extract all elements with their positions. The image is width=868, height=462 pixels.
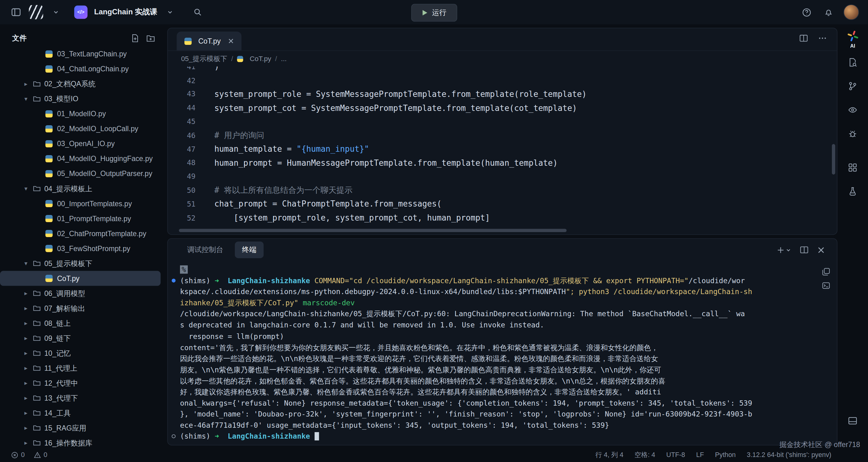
run-button[interactable]: 运行 bbox=[411, 4, 457, 22]
tree-file-row[interactable]: 02_ModelIO_LoopCall.py bbox=[0, 121, 161, 136]
tree-folder-row[interactable]: ▸12_代理中 bbox=[0, 376, 161, 391]
chevron-down-icon bbox=[786, 247, 791, 252]
python-icon bbox=[45, 125, 53, 132]
status-item[interactable]: 行 4, 列 4 bbox=[595, 450, 623, 460]
split-editor-icon[interactable] bbox=[799, 34, 808, 42]
tree-folder-row[interactable]: ▸02_文档QA系统 bbox=[0, 76, 161, 91]
tree-file-row[interactable]: 03_FewShotPrompt.py bbox=[0, 241, 161, 256]
warnings-indicator[interactable]: 0 bbox=[34, 451, 47, 459]
tree-folder-row[interactable]: ▸16_操作数据库 bbox=[0, 435, 161, 448]
chevron-down-icon: ▾ bbox=[24, 95, 31, 102]
ai-label: AI bbox=[850, 43, 855, 49]
sidebar-toggle-icon[interactable] bbox=[9, 5, 23, 19]
tree-folder-row[interactable]: ▸10_记忆 bbox=[0, 346, 161, 361]
tree-folder-row[interactable]: ▸13_代理下 bbox=[0, 391, 161, 406]
file-name: 00_ImportTemplates.py bbox=[57, 199, 132, 208]
tree-file-row[interactable]: 04_ChatLongChain.py bbox=[0, 61, 161, 76]
code-area[interactable]: 41)4243system_prompt_role = SystemMessag… bbox=[168, 66, 837, 234]
tree-file-row[interactable]: 00_ImportTemplates.py bbox=[0, 196, 161, 211]
breadcrumb-more[interactable]: ... bbox=[281, 55, 287, 63]
tab-debug-console[interactable]: 调试控制台 bbox=[180, 241, 230, 258]
new-folder-icon[interactable] bbox=[146, 34, 155, 42]
new-file-icon[interactable] bbox=[131, 34, 140, 42]
folder-icon bbox=[33, 304, 41, 312]
command-ran-marker bbox=[172, 279, 175, 283]
line-number: 42 bbox=[168, 76, 204, 85]
extensions-grid-icon[interactable] bbox=[848, 163, 858, 172]
tree-folder-row[interactable]: ▸07_解析输出 bbox=[0, 301, 161, 316]
tree-file-row[interactable]: CoT.py bbox=[0, 271, 161, 286]
file-explorer: 文件 03_TextLangChain.py04_ChatLongChain.p… bbox=[0, 24, 165, 448]
layers-icon[interactable] bbox=[822, 268, 830, 276]
terminal-output[interactable]: %(shims) ➜ LangChain-shizhanke COMMAND="… bbox=[168, 261, 837, 445]
status-item[interactable]: 空格: 4 bbox=[634, 450, 655, 460]
tree-folder-row[interactable]: ▸14_工具 bbox=[0, 406, 161, 421]
project-icon[interactable]: </> bbox=[74, 6, 88, 19]
debug-bug-icon[interactable] bbox=[848, 129, 858, 138]
ai-assistant-button[interactable]: AI bbox=[846, 30, 859, 49]
project-chevron-down-icon[interactable] bbox=[163, 5, 177, 19]
tree-folder-row[interactable]: ▾05_提示模板下 bbox=[0, 256, 161, 271]
vertical-scrollbar[interactable] bbox=[832, 144, 835, 175]
tree-file-row[interactable]: 01_PromptTemplate.py bbox=[0, 211, 161, 226]
terminal-line: 朋友。\n\n紫色康乃馨也是一种不错的选择，它们代表着尊敬、优雅和神秘。紫色康乃… bbox=[180, 365, 833, 376]
code-text: # 用户的询问 bbox=[204, 130, 264, 141]
terminal-icon[interactable] bbox=[822, 281, 830, 290]
tree-file-row[interactable]: 03_TextLangChain.py bbox=[0, 47, 161, 61]
notifications-bell-icon[interactable] bbox=[821, 5, 836, 19]
breadcrumb[interactable]: 05_提示模板下 / CoT.py / ... bbox=[168, 51, 837, 67]
tree-file-row[interactable]: 04_ModelIO_HuggingFace.py bbox=[0, 151, 161, 166]
tree-folder-row[interactable]: ▸06_调用模型 bbox=[0, 286, 161, 301]
status-item[interactable]: 3.12.2 64-bit ('shims': pyenv) bbox=[747, 451, 831, 459]
new-terminal-button[interactable] bbox=[776, 246, 791, 254]
panel-toggle-icon[interactable] bbox=[848, 416, 858, 426]
tree-folder-row[interactable]: ▾03_模型IO bbox=[0, 91, 161, 106]
eye-icon[interactable] bbox=[848, 105, 858, 115]
breadcrumb-file[interactable]: CoT.py bbox=[250, 55, 271, 63]
close-icon[interactable] bbox=[228, 38, 234, 44]
tree-folder-row[interactable]: ▸11_代理上 bbox=[0, 361, 161, 376]
chevron-right-icon: ▸ bbox=[24, 409, 31, 417]
tree-folder-row[interactable]: ▸15_RAG应用 bbox=[0, 421, 161, 435]
chevron-right-icon: ▸ bbox=[24, 320, 31, 327]
horizontal-scrollbar[interactable] bbox=[179, 229, 566, 232]
test-flask-icon[interactable] bbox=[848, 187, 858, 196]
file-name: 03_TextLangChain.py bbox=[57, 50, 127, 58]
avatar[interactable] bbox=[843, 4, 859, 20]
app-logo[interactable] bbox=[29, 5, 43, 19]
tree-folder-row[interactable]: ▸08_链上 bbox=[0, 316, 161, 331]
tree-folder-row[interactable]: ▾04_提示模板上 bbox=[0, 181, 161, 196]
split-terminal-icon[interactable] bbox=[800, 245, 808, 254]
line-number: 44 bbox=[168, 104, 204, 112]
status-item[interactable]: Python bbox=[715, 451, 736, 459]
close-panel-icon[interactable] bbox=[817, 246, 825, 253]
folder-name: 12_代理中 bbox=[44, 378, 78, 388]
tab-terminal[interactable]: 终端 bbox=[235, 241, 264, 258]
logo-chevron-down-icon[interactable] bbox=[49, 5, 63, 19]
python-icon bbox=[45, 155, 53, 162]
python-icon bbox=[45, 245, 53, 252]
tree-file-row[interactable]: 03_OpenAI_IO.py bbox=[0, 136, 161, 151]
python-icon bbox=[45, 230, 53, 237]
help-icon[interactable] bbox=[799, 5, 813, 19]
search-icon[interactable] bbox=[191, 5, 205, 19]
prompt-marker bbox=[172, 435, 175, 438]
editor-tab-cot[interactable]: CoT.py bbox=[177, 31, 242, 50]
status-item[interactable]: UTF-8 bbox=[666, 451, 685, 459]
code-line: 49 bbox=[168, 170, 837, 184]
status-item[interactable]: LF bbox=[696, 451, 704, 459]
tree-file-row[interactable]: 01_ModelIO.py bbox=[0, 106, 161, 121]
errors-indicator[interactable]: 0 bbox=[11, 451, 25, 459]
git-branch-icon[interactable] bbox=[848, 81, 858, 91]
line-number: 47 bbox=[168, 145, 204, 153]
file-name: 01_ModelIO.py bbox=[57, 110, 106, 118]
code-line: 42 bbox=[168, 73, 837, 87]
breadcrumb-folder[interactable]: 05_提示模板下 bbox=[181, 54, 227, 63]
more-actions-icon[interactable] bbox=[818, 34, 827, 42]
tree-file-row[interactable]: 02_ChatPromptTemplate.py bbox=[0, 226, 161, 241]
ide-root: </> LangChain 实战课 运行 文件 bbox=[0, 0, 868, 462]
file-search-icon[interactable] bbox=[848, 58, 858, 67]
tree-folder-row[interactable]: ▸09_链下 bbox=[0, 331, 161, 346]
tree-file-row[interactable]: 05_ModelIO_OutputParser.py bbox=[0, 166, 161, 181]
project-name[interactable]: LangChain 实战课 bbox=[94, 7, 157, 17]
